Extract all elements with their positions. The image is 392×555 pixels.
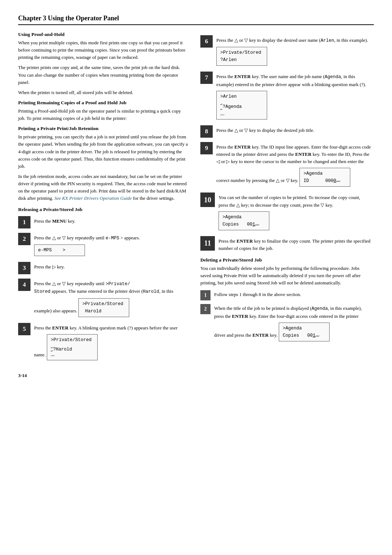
step-4-name: Harold xyxy=(143,289,159,294)
printer-drivers-link[interactable]: See KX Printer Drivers Operation Guide xyxy=(54,195,132,201)
step-7-content: Press the ENTER key. The user name and t… xyxy=(216,72,371,121)
lcd-7-line1: >Arlen xyxy=(220,93,263,100)
step-11-bold: ENTER xyxy=(237,238,253,244)
section-deleting: Deleting a Private/Stored Job You can in… xyxy=(200,257,371,343)
step-2-content: Press the △ or ▽ key repeatedly until e-… xyxy=(34,233,189,258)
step-2-row: 2 Press the △ or ▽ key repeatedly until … xyxy=(18,233,189,258)
step-9-bold: ENTER xyxy=(234,144,251,150)
del-step-1-content: Follow steps 1 through 8 in the above se… xyxy=(214,290,371,298)
chapter-header: Chapter 3 Using the Operator Panel xyxy=(18,15,374,25)
step-6-row: 6 Press the △ or ▽ key to display the de… xyxy=(200,35,371,67)
lcd-10-line2: Copies 001↵↵ xyxy=(222,221,265,228)
step-3-content: Press the ▷ key. xyxy=(34,262,189,271)
step-11-num: 11 xyxy=(200,236,215,251)
step-7-num: 7 xyxy=(200,72,213,84)
step5-cursor-icon: ↵↵ xyxy=(51,346,53,353)
del-step2-cursor: ↵↵ xyxy=(315,334,319,338)
private-print-p1: In private printing, you can specify tha… xyxy=(18,133,189,170)
step-5-bold: ENTER xyxy=(52,325,69,331)
lcd-9-line1: >Agenda xyxy=(303,170,346,177)
step10-cursor: ↵↵ xyxy=(255,223,259,227)
del-step-1-row: 1 Follow steps 1 through 8 in the above … xyxy=(200,290,371,300)
deleting-steps: 1 Follow steps 1 through 8 in the above … xyxy=(200,290,371,343)
left-column: Using Proof-and-Hold When you print mult… xyxy=(18,32,189,378)
del-step-2-lcd: >Agenda Copies 001↵↵ xyxy=(279,323,330,341)
page-container: Chapter 3 Using the Operator Panel Using… xyxy=(18,15,374,378)
step-4-code: >Private/ xyxy=(106,281,130,287)
proof-hold-p2: The printer prints one copy and, at the … xyxy=(18,64,189,86)
step-7-row: 7 Press the ENTER key. The user name and… xyxy=(200,72,371,121)
step-4-content: Press the △ or ▽ key repeatedly until >P… xyxy=(34,279,189,319)
step-3-row: 3 Press the ▷ key. xyxy=(18,262,189,274)
del-step-2-bold: ENTER xyxy=(232,313,248,319)
step-11-content: Press the ENTER key to finalize the copy… xyxy=(219,236,371,252)
lcd-10-line1: >Agenda xyxy=(222,214,265,221)
step7-cursor-icon: ↵↵ xyxy=(220,102,222,112)
step-4-code2: Stored xyxy=(34,289,50,294)
private-print-title: Printing a Private Print/Job Retention xyxy=(18,126,189,131)
step-2-num: 2 xyxy=(18,233,30,245)
step-5-num: 5 xyxy=(18,323,30,335)
step-9-num: 9 xyxy=(200,142,213,154)
lcd-4-line1: >Private/Stored xyxy=(82,300,125,308)
releasing-title: Releasing a Private/Stored Job xyxy=(18,207,189,212)
step-1-num: 1 xyxy=(18,216,30,228)
page-number: 3-14 xyxy=(18,373,189,378)
right-column: 6 Press the △ or ▽ key to display the de… xyxy=(200,32,371,378)
step-10-content: You can set the number of copies to be p… xyxy=(219,193,371,231)
proof-hold-p1: When you print multiple copies, this mod… xyxy=(18,39,189,61)
step-2-code: e-MPS xyxy=(106,236,119,241)
step-4-lcd: >Private/Stored Harold xyxy=(78,298,129,317)
step-6-code: Arlen xyxy=(320,38,334,43)
step-8-row: 8 Press the △ or ▽ key to display the de… xyxy=(200,125,371,138)
step-10-lcd: >Agenda Copies 001↵↵ xyxy=(219,211,269,230)
step-7-lcd: >Arlen ↵↵?Agenda ↵↵ xyxy=(216,91,267,119)
step7-arrow-hint: ↵↵ xyxy=(220,112,263,117)
step9-cursor: ↵↵ xyxy=(336,179,340,183)
step-10-row: 10 You can set the number of copies to b… xyxy=(200,193,371,231)
chapter-title: Chapter 3 Using the Operator Panel xyxy=(18,15,119,22)
section-proof-hold-title: Using Proof-and-Hold xyxy=(18,32,189,37)
step-1-content: Press the MENU key. xyxy=(34,216,189,225)
step-6-num: 6 xyxy=(200,35,213,48)
deleting-intro: You can individually delete stored jobs … xyxy=(200,265,371,287)
lcd-6-line2: ?Arlen xyxy=(220,56,263,64)
step-9-content: Press the ENTER key. The ID input line a… xyxy=(216,142,371,188)
remaining-copies-title: Printing Remaining Copies of a Proof and… xyxy=(18,100,189,106)
step-5-content: Press the ENTER key. A blinking question… xyxy=(34,323,189,362)
proof-hold-p3: When the printer is turned off, all stor… xyxy=(18,89,189,96)
step-8-content: Press the △ or ▽ key to display the desi… xyxy=(216,125,371,134)
remaining-copies-p: Printing a Proof-and-Hold job on the ope… xyxy=(18,108,189,122)
right-steps: 6 Press the △ or ▽ key to display the de… xyxy=(200,35,371,252)
step-9-bold2: ENTER xyxy=(295,151,311,157)
lcd-del2-line2: Copies 001↵↵ xyxy=(283,332,326,339)
lcd-9-line2: ID 0000↵↵ xyxy=(303,177,346,185)
lcd-del2-line1: >Agenda xyxy=(283,325,326,332)
lcd-6-line1: >Private/Stored xyxy=(220,49,263,56)
step-5-row: 5 Press the ENTER key. A blinking questi… xyxy=(18,323,189,362)
step-10-num: 10 xyxy=(200,193,215,207)
two-col-layout: Using Proof-and-Hold When you print mult… xyxy=(18,32,374,378)
lcd-5-line2: ↵↵?Harold xyxy=(51,344,94,353)
step-2-lcd: e-MPS > xyxy=(34,244,85,256)
lcd-7-line2: ↵↵?Agenda xyxy=(220,100,263,112)
del-step-2-row: 2 When the title of the job to be printe… xyxy=(200,304,371,343)
step-11-row: 11 Press the ENTER key to finalize the c… xyxy=(200,236,371,252)
step-9-row: 9 Press the ENTER key. The ID input line… xyxy=(200,142,371,188)
del-step-2-content: When the title of the job to be printed … xyxy=(214,304,371,343)
step-4-num: 4 xyxy=(18,279,30,291)
section-releasing: Releasing a Private/Stored Job 1 Press t… xyxy=(18,207,189,362)
releasing-steps: 1 Press the MENU key. 2 Press the △ or ▽… xyxy=(18,216,189,362)
step-4-row: 4 Press the △ or ▽ key repeatedly until … xyxy=(18,279,189,319)
del-step-2-num: 2 xyxy=(200,304,211,314)
lcd-4-line2: Harold xyxy=(82,308,125,315)
step-7-bold: ENTER xyxy=(234,74,251,79)
step-6-lcd: >Private/Stored ?Arlen xyxy=(216,47,267,66)
del-step-2-code: Agenda xyxy=(311,306,328,311)
step5-arrow-hint: ↵↵ xyxy=(51,353,94,358)
private-print-p2: In the job retention mode, access codes … xyxy=(18,173,189,202)
step-7-code: Agenda xyxy=(325,74,341,80)
lcd-2-line1: e-MPS > xyxy=(38,247,81,254)
section-private-print: Printing a Private Print/Job Retention I… xyxy=(18,126,189,202)
section-proof-hold: Using Proof-and-Hold When you print mult… xyxy=(18,32,189,96)
